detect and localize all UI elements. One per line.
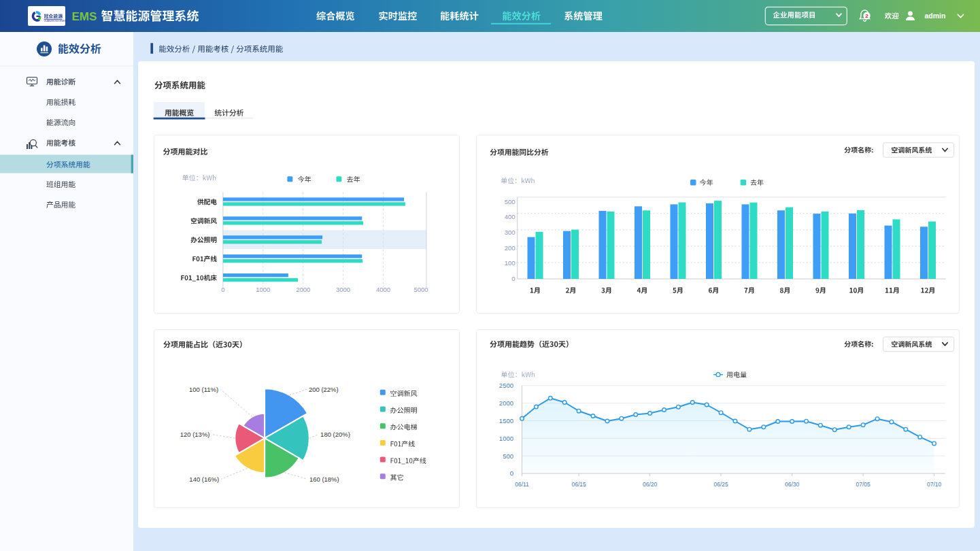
svg-text:06/11: 06/11 [515, 481, 529, 488]
svg-text:4000: 4000 [376, 286, 390, 293]
svg-text:120 (13%): 120 (13%) [180, 431, 210, 438]
svg-text:06/25: 06/25 [713, 481, 728, 488]
svg-text:0: 0 [221, 286, 224, 293]
svg-text:06/30: 06/30 [785, 481, 800, 488]
svg-text:07/10: 07/10 [927, 481, 942, 488]
svg-text:300: 300 [505, 229, 516, 236]
svg-text:admin: admin [924, 12, 945, 20]
svg-text:1000: 1000 [499, 435, 513, 442]
svg-text:400: 400 [505, 213, 516, 220]
svg-text:3000: 3000 [336, 286, 350, 293]
svg-text:180 (20%): 180 (20%) [320, 431, 350, 438]
svg-text:EMS: EMS [72, 10, 97, 23]
svg-text:2500: 2500 [499, 382, 513, 389]
svg-text:140 (16%): 140 (16%) [189, 475, 219, 483]
svg-text:200 (22%): 200 (22%) [309, 386, 339, 393]
svg-text:2: 2 [865, 13, 868, 19]
svg-text:2000: 2000 [499, 399, 513, 407]
svg-text:06/15: 06/15 [571, 481, 586, 488]
svg-text:GUANZHONG ENERGY: GUANZHONG ENERGY [44, 20, 70, 22]
svg-text:100 (11%): 100 (11%) [189, 386, 218, 393]
svg-text:0: 0 [511, 275, 515, 282]
svg-text:1000: 1000 [256, 286, 270, 293]
svg-text:160 (18%): 160 (18%) [309, 475, 339, 483]
svg-text:500: 500 [505, 198, 516, 205]
svg-text:06/20: 06/20 [643, 481, 658, 488]
svg-text:0: 0 [510, 469, 513, 477]
svg-text:07/05: 07/05 [856, 481, 871, 488]
svg-text:100: 100 [505, 259, 516, 267]
svg-text:200: 200 [505, 244, 516, 252]
svg-text:1500: 1500 [499, 417, 513, 424]
svg-text:5000: 5000 [413, 286, 428, 293]
svg-text:2000: 2000 [296, 286, 310, 293]
svg-text:500: 500 [503, 452, 513, 460]
